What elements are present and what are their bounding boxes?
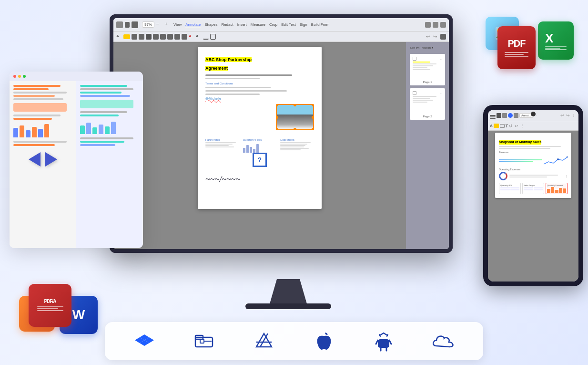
rd-line-9: [80, 144, 115, 146]
handle-bl[interactable]: [276, 128, 278, 130]
note-icon[interactable]: [167, 34, 173, 40]
t2-textT-icon[interactable]: T: [506, 124, 508, 128]
more-icon[interactable]: [440, 34, 446, 40]
handle-bm[interactable]: [294, 128, 296, 130]
thumb-header-2: ...: [413, 91, 442, 95]
menu-annotate[interactable]: Annotate: [185, 22, 201, 27]
google-drive-icon[interactable]: [252, 329, 276, 353]
t2-textA-icon[interactable]: A: [490, 124, 493, 128]
pdf-icon-cluster[interactable]: PDF: [497, 26, 536, 69]
underline2-icon[interactable]: [203, 34, 209, 40]
android-icon[interactable]: [372, 329, 395, 353]
fb-5: [563, 188, 566, 193]
menu-crop[interactable]: Crop: [269, 22, 277, 27]
excel-icon[interactable]: X: [538, 21, 574, 60]
e-line-5: [280, 148, 309, 149]
ld-line-9: [13, 144, 55, 146]
thumb-page-1[interactable]: ... Page 1: [410, 54, 445, 85]
undo-icon[interactable]: ↩: [426, 34, 432, 40]
t2-highlight-icon[interactable]: [494, 124, 499, 128]
left-document: [10, 81, 76, 248]
menu-view[interactable]: View: [173, 22, 182, 27]
shape-icon[interactable]: [182, 34, 187, 40]
thumb-page-2[interactable]: ... Page 2: [410, 88, 445, 120]
t2-more-icon[interactable]: ⋮: [520, 124, 525, 128]
page-icon[interactable]: [125, 22, 130, 28]
thumb-checkbox-2[interactable]: [413, 91, 416, 95]
sort-control[interactable]: Sort by: Position ▾: [410, 46, 445, 49]
pdfa-icon[interactable]: PDF/A: [29, 284, 71, 327]
maximize-dot[interactable]: [23, 75, 26, 78]
t-bookmark-icon[interactable]: [502, 113, 507, 118]
minimize-dot[interactable]: [18, 75, 21, 78]
strikethrough-icon[interactable]: [139, 34, 144, 40]
redo-icon[interactable]: ↪: [433, 34, 439, 40]
link-icon[interactable]: [174, 34, 180, 40]
border-icon[interactable]: [210, 34, 216, 40]
excel-content: X: [545, 31, 567, 51]
roi-row-2: [500, 189, 519, 190]
bottom-left-format-icons: PDF/A P W: [29, 284, 71, 327]
bg-color-icon[interactable]: A: [196, 34, 202, 40]
menu-measure[interactable]: Measure: [251, 22, 265, 27]
zoom-in-icon[interactable]: +: [165, 21, 172, 28]
forecast-chart: Quarterly Forecast: [546, 183, 568, 194]
highlight-tool-icon[interactable]: [123, 34, 130, 39]
handle-br[interactable]: [312, 128, 314, 130]
sort-chevron[interactable]: ▾: [432, 46, 433, 49]
rd-line-3: [80, 92, 122, 94]
monitor-bezel: 97% − + View Annotate Shapes Redact Inse…: [110, 14, 453, 253]
pdf-icon-lines: [505, 51, 528, 58]
menu-redact[interactable]: Redact: [221, 22, 233, 27]
t-pen-icon[interactable]: [508, 113, 513, 118]
underline-tool-icon[interactable]: [132, 34, 137, 40]
comment-icon[interactable]: [433, 22, 438, 28]
menu-shapes[interactable]: Shapes: [204, 22, 217, 27]
text-tool-icon[interactable]: A: [116, 34, 122, 40]
mic-icon[interactable]: [440, 22, 446, 28]
t-shape-icon[interactable]: [514, 113, 518, 118]
t1-line-2: [413, 63, 436, 64]
pen-tool-icon[interactable]: [146, 34, 152, 40]
t-menu-icon[interactable]: [490, 115, 496, 116]
thumb-options-2[interactable]: ...: [440, 92, 442, 94]
menu-insert[interactable]: Insert: [237, 22, 247, 27]
stamp-icon[interactable]: [160, 34, 166, 40]
svg-point-3: [557, 158, 559, 160]
dropbox-icon[interactable]: [132, 329, 156, 353]
search-icon[interactable]: [425, 22, 431, 28]
text-color-icon[interactable]: A: [189, 34, 194, 40]
t-redo-icon[interactable]: ↪: [566, 113, 571, 118]
tp-line-1: [499, 146, 561, 147]
handle-mr[interactable]: [312, 116, 314, 119]
bar-5: [256, 144, 259, 153]
zoom-out-icon[interactable]: −: [156, 21, 163, 28]
t2-undo2-icon[interactable]: ↩: [515, 124, 519, 128]
menu-buildform[interactable]: Build Form: [311, 22, 330, 27]
pdf-image[interactable]: [276, 104, 314, 130]
google-drive-svg: [253, 331, 274, 352]
circle-annotation: ?: [253, 153, 267, 167]
rd-line-6: [80, 115, 119, 116]
t-undo-icon[interactable]: ↩: [560, 113, 565, 118]
webdav-icon[interactable]: [192, 329, 216, 353]
t-more2-icon[interactable]: ⋮: [572, 113, 577, 118]
bookmark-icon[interactable]: [132, 21, 138, 28]
t2-rotate-icon[interactable]: ↺: [509, 124, 514, 128]
pdf-icon-line-1: [505, 52, 528, 53]
erase-icon[interactable]: [153, 34, 159, 40]
menu-icon[interactable]: [116, 21, 123, 28]
close-dot[interactable]: [13, 75, 16, 78]
thumb-options[interactable]: ...: [440, 57, 442, 60]
t2-box-icon[interactable]: [500, 124, 505, 128]
menu-edittext[interactable]: Edit Text: [281, 22, 296, 27]
thumb-checkbox-1[interactable]: [413, 57, 416, 61]
t-page-icon[interactable]: [497, 113, 501, 118]
menu-sign[interactable]: Sign: [300, 22, 307, 27]
onedrive-icon[interactable]: [432, 329, 456, 353]
roi-row-1: [500, 187, 519, 188]
apple-icon[interactable]: [312, 329, 336, 353]
handle-tr[interactable]: [312, 104, 314, 106]
rd-line-4: [80, 95, 130, 97]
zoom-control[interactable]: 97%: [142, 21, 154, 28]
